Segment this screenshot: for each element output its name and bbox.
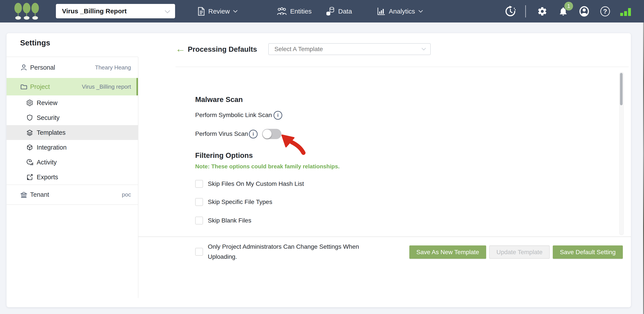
sidebar-item-templates[interactable]: Templates — [6, 125, 138, 140]
sidebar-item-integration[interactable]: Integration — [6, 140, 138, 155]
save-default-setting-button[interactable]: Save Default Setting — [553, 246, 623, 259]
checkbox-label: Skip Files On My Custom Hash List — [208, 180, 304, 187]
sidebar-item-label: Integration — [37, 144, 66, 151]
help-button[interactable]: ? — [599, 0, 611, 22]
people-group-icon — [277, 7, 287, 16]
footer-divider — [138, 236, 631, 237]
gear-icon — [537, 6, 547, 16]
toggle-knob — [262, 130, 272, 138]
virus-scan-label: Perform Virus Scan — [195, 130, 248, 137]
sidebar-item-value: Theary Heang — [95, 64, 131, 71]
sidebar-item-label: Templates — [37, 129, 66, 136]
header-divider — [176, 66, 629, 67]
template-select-dropdown[interactable] — [268, 43, 431, 55]
malware-scan-heading: Malware Scan — [195, 96, 243, 104]
screen-edge-artifact — [643, 22, 644, 314]
sidebar-item-personal[interactable]: Personal Theary Heang — [6, 56, 138, 78]
chevron-down-icon — [421, 48, 426, 51]
history-button[interactable] — [504, 0, 516, 22]
update-template-button[interactable]: Update Template — [489, 246, 550, 259]
sidebar-item-label: Personal — [30, 64, 55, 71]
checkbox-label: Skip Blank Files — [208, 217, 251, 224]
skip-hash-list-option[interactable]: Skip Files On My Custom Hash List — [195, 180, 304, 188]
nav-data-label: Data — [338, 8, 352, 15]
sidebar-item-label: Activity — [37, 159, 57, 166]
signal-bars-icon — [620, 6, 632, 16]
nav-entities-label: Entities — [290, 8, 312, 15]
profile-button[interactable] — [578, 0, 590, 22]
annotation-arrow — [281, 134, 307, 155]
sidebar-item-activity[interactable]: Activity — [6, 155, 138, 170]
topbar-divider — [525, 5, 526, 18]
chevron-down-icon — [233, 10, 238, 13]
virus-scan-toggle[interactable] — [262, 129, 282, 139]
everlaw-trees-logo[interactable] — [14, 2, 40, 22]
checkbox[interactable] — [195, 248, 203, 256]
nav-entities[interactable]: Entities — [277, 0, 312, 22]
sidebar-title: Settings — [20, 38, 50, 47]
bar-chart-icon — [377, 7, 386, 16]
document-icon — [198, 7, 205, 16]
folder-icon — [20, 83, 28, 90]
settings-nav-list: Personal Theary Heang Project Virus _Bil… — [6, 56, 138, 205]
sidebar-item-value: Virus _Billing report — [82, 84, 131, 90]
sidebar-item-label: Project — [30, 83, 50, 90]
back-arrow-button[interactable]: ← — [176, 44, 186, 54]
nav-analytics-label: Analytics — [389, 8, 415, 15]
nav-data[interactable]: Data — [326, 0, 352, 22]
sidebar-item-tenant[interactable]: Tenant poc — [6, 184, 138, 205]
sidebar-item-label: Security — [37, 114, 60, 122]
page-title: Processing Defaults — [188, 45, 257, 54]
history-clock-icon — [505, 6, 516, 17]
sidebar-item-label: Review — [37, 99, 58, 106]
checkbox[interactable] — [195, 180, 203, 188]
screen: Virus _Billing Report Review — [0, 0, 644, 314]
settings-button[interactable] — [536, 0, 548, 22]
user-avatar-icon — [579, 6, 590, 17]
filtering-options-heading: Filtering Options — [195, 151, 253, 160]
sidebar-item-security[interactable]: Security — [6, 110, 138, 125]
top-bar: Virus _Billing Report Review — [0, 0, 644, 22]
admin-only-label: Only Project Administrators Can Change S… — [208, 242, 370, 262]
sidebar-item-review[interactable]: Review — [6, 96, 138, 110]
sidebar-divider — [138, 57, 138, 298]
help-icon: ? — [600, 6, 610, 16]
layers-icon — [26, 129, 33, 136]
nav-review[interactable]: Review — [198, 0, 238, 22]
project-selector-value: Virus _Billing Report — [62, 8, 126, 15]
settings-card: Settings Personal Theary Heang Project V… — [6, 33, 631, 307]
bank-building-icon — [20, 191, 28, 198]
checkbox[interactable] — [195, 216, 203, 224]
skip-blank-files-option[interactable]: Skip Blank Files — [195, 216, 251, 224]
scrollbar-thumb[interactable] — [620, 73, 622, 105]
skip-file-types-option[interactable]: Skip Specific File Types — [195, 198, 272, 206]
shield-icon — [26, 114, 33, 121]
info-icon[interactable]: i — [249, 130, 258, 138]
admin-only-option[interactable]: Only Project Administrators Can Change S… — [195, 242, 370, 262]
save-as-new-template-button[interactable]: Save As New Template — [409, 246, 486, 259]
footer-buttons: Save As New Template Update Template Sav… — [409, 246, 623, 259]
notification-badge: 1 — [564, 2, 573, 10]
symbolic-link-scan-label: Perform Symbolic Link Scan — [195, 112, 272, 118]
cube-icon — [26, 144, 33, 151]
chevron-down-icon — [418, 10, 423, 13]
sidebar-item-project[interactable]: Project Virus _Billing report — [6, 78, 138, 96]
gear-outline-icon — [26, 99, 33, 106]
activity-chart-icon — [26, 159, 33, 166]
trees-icon — [14, 2, 40, 21]
project-selector-dropdown[interactable]: Virus _Billing Report — [56, 4, 175, 18]
nav-analytics[interactable]: Analytics — [377, 0, 423, 22]
checkbox[interactable] — [195, 198, 203, 206]
sidebar-item-label: Tenant — [30, 191, 49, 198]
person-icon — [20, 64, 28, 71]
sidebar-item-value: poc — [122, 191, 131, 198]
export-icon — [26, 174, 33, 180]
data-cylinders-icon — [326, 6, 335, 16]
nav-review-label: Review — [208, 8, 230, 15]
sidebar-item-label: Exports — [37, 174, 58, 181]
chevron-down-icon — [164, 10, 170, 14]
scrollbar-track[interactable] — [619, 72, 624, 235]
info-icon[interactable]: i — [274, 111, 282, 120]
usage-status-button[interactable] — [619, 0, 633, 22]
sidebar-item-exports[interactable]: Exports — [6, 170, 138, 184]
